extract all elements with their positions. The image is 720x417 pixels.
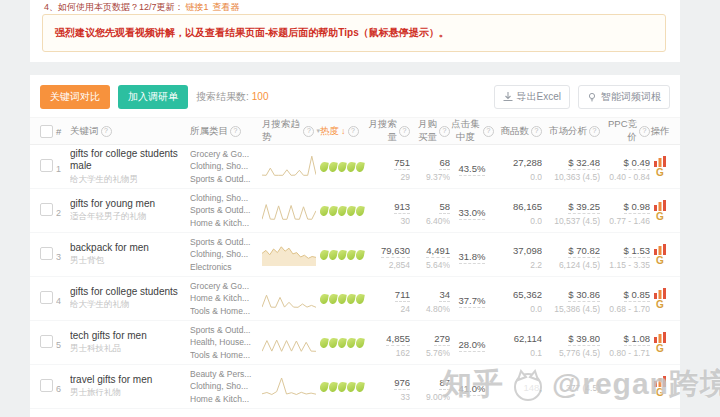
keyword-text[interactable]: travel gifts for men — [70, 374, 190, 387]
market-analysis-icon[interactable] — [650, 288, 670, 299]
search-trend-sparkline — [262, 152, 316, 178]
info-icon[interactable]: ? — [303, 126, 314, 137]
market-analysis-price: $ 70.82 — [568, 245, 600, 258]
leaf-icon — [355, 205, 365, 216]
leaf-icon — [346, 337, 356, 348]
row-checkbox[interactable] — [40, 203, 53, 216]
leaf-icon — [328, 293, 338, 304]
monthly-search-volume: 4,855 — [386, 333, 410, 346]
leaf-icon — [328, 381, 338, 392]
table-header-row: #关键词?所属类目?月搜索趋势?▾热度↓?月搜索量?月购买量?点击集中度?商品数… — [30, 117, 680, 145]
zhihu-watermark: 知乎 @regan跨境 — [442, 364, 720, 405]
heat-rating — [320, 246, 368, 264]
leaf-icon — [346, 205, 356, 216]
keyword-text[interactable]: backpack for men — [70, 242, 190, 255]
notice-warning-text: 强烈建议您先观看视频讲解，以及查看结果页面-标题后面的帮助Tips（鼠标悬停提示… — [55, 26, 449, 40]
category-list: Beauty & Pers...Clothing, Sho...Home & K… — [190, 368, 262, 405]
keyword-compare-button[interactable]: 关键词对比 — [40, 85, 110, 109]
keyword-translation: 男士科技礼品 — [70, 343, 190, 355]
leaf-icon — [346, 161, 356, 172]
row-checkbox[interactable] — [40, 379, 53, 392]
keyword-translation: 适合年轻男子的礼物 — [70, 211, 190, 223]
google-trends-icon[interactable]: G — [650, 212, 670, 222]
column-header-12: 操作 — [650, 125, 670, 138]
leaf-icon — [328, 337, 338, 348]
market-analysis-price: $ 39.25 — [568, 201, 600, 214]
leaf-icon — [320, 161, 329, 172]
info-icon[interactable]: ? — [230, 126, 241, 137]
column-header-5[interactable]: 热度↓? — [320, 125, 368, 138]
column-header-8: 点击集中度? — [450, 118, 494, 144]
search-trend-sparkline — [262, 328, 316, 354]
column-header-1: # — [56, 126, 70, 137]
ppc-bid: $ 0.85 — [624, 289, 650, 302]
info-icon[interactable]: ? — [483, 126, 494, 137]
ppc-bid: $ 1.08 — [624, 333, 650, 346]
info-icon[interactable]: ? — [101, 126, 112, 137]
market-analysis-icon[interactable] — [650, 200, 670, 211]
google-trends-icon[interactable]: G — [650, 168, 670, 178]
row-checkbox[interactable] — [40, 247, 53, 260]
notice-card: 4、如何使用本页数据？12/7更新：链接1查看器 强烈建议您先观看视频讲解，以及… — [30, 0, 680, 62]
row-actions: G — [650, 332, 670, 354]
leaf-icon — [320, 249, 329, 260]
market-analysis-icon[interactable] — [650, 332, 670, 343]
row-number: 1 — [56, 164, 61, 174]
notice-link-1[interactable]: 链接1 — [186, 2, 209, 12]
column-header-4: 月搜索趋势?▾ — [262, 118, 320, 144]
market-analysis-icon[interactable] — [650, 244, 670, 255]
row-checkbox[interactable] — [40, 335, 53, 348]
info-icon[interactable]: ? — [399, 126, 410, 137]
google-trends-icon[interactable]: G — [650, 344, 670, 354]
word-frequency-analysis-button[interactable]: 智能词频词根 — [578, 85, 670, 109]
product-count: 27,288 — [513, 157, 542, 168]
category-list: Grocery & Go...Clothing, Sho...Sports & … — [190, 148, 262, 185]
leaf-icon — [346, 381, 356, 392]
keyword-translation: 男士旅行礼物 — [70, 387, 190, 399]
table-row: 5tech gifts for men男士科技礼品Sports & Outd..… — [30, 321, 680, 365]
info-icon[interactable]: ? — [639, 126, 650, 137]
leaf-icon — [355, 293, 365, 304]
column-header-11: PPC竞价? — [600, 118, 650, 144]
leaf-icon — [328, 205, 338, 216]
add-to-research-list-button[interactable]: 加入调研单 — [118, 85, 188, 109]
export-excel-button[interactable]: 导出Excel — [494, 85, 570, 109]
monthly-purchase-volume: 279 — [434, 333, 450, 346]
keyword-text[interactable]: gifts for college students — [70, 286, 190, 299]
keyword-text[interactable]: tech gifts for men — [70, 330, 190, 343]
search-trend-sparkline — [262, 284, 316, 310]
row-checkbox[interactable] — [40, 291, 53, 304]
table-row: 1gifts for college students male给大学生的礼物男… — [30, 145, 680, 189]
results-count-label: 搜索结果数: — [196, 91, 249, 102]
google-trends-icon[interactable]: G — [650, 256, 670, 266]
leaf-icon — [328, 161, 338, 172]
sort-desc-icon: ↓ — [341, 126, 346, 136]
table-row: 2gifts for young men适合年轻男子的礼物Clothing, S… — [30, 189, 680, 233]
keyword-text[interactable]: gifts for young men — [70, 198, 190, 211]
column-header-7: 月购买量? — [410, 118, 450, 144]
word-frequency-label: 智能词频词根 — [601, 90, 661, 104]
row-number: 3 — [56, 252, 61, 262]
market-analysis-price: $ 30.86 — [568, 289, 600, 302]
ppc-bid: $ 0.49 — [624, 157, 650, 170]
notice-link-2[interactable]: 查看器 — [213, 2, 240, 12]
search-trend-sparkline — [262, 240, 316, 266]
search-results-count: 搜索结果数:100 — [196, 90, 268, 104]
heat-rating — [320, 290, 368, 308]
leaf-icon — [320, 293, 329, 304]
row-checkbox[interactable] — [40, 159, 53, 172]
monthly-purchase-volume: 58 — [439, 201, 450, 214]
keyword-text[interactable]: gifts for college students male — [70, 148, 190, 173]
ppc-bid: $ 1.53 — [624, 245, 650, 258]
select-all-checkbox[interactable] — [40, 125, 53, 138]
market-analysis-icon[interactable] — [650, 156, 670, 167]
row-number: 2 — [56, 208, 61, 218]
info-icon[interactable]: ? — [531, 126, 542, 137]
download-icon — [503, 92, 513, 102]
click-concentration: 43.5% — [459, 163, 486, 176]
leaf-icon — [320, 205, 329, 216]
info-icon[interactable]: ? — [589, 126, 600, 137]
info-icon[interactable]: ? — [439, 126, 450, 137]
info-icon[interactable]: ? — [348, 126, 359, 137]
google-trends-icon[interactable]: G — [650, 300, 670, 310]
